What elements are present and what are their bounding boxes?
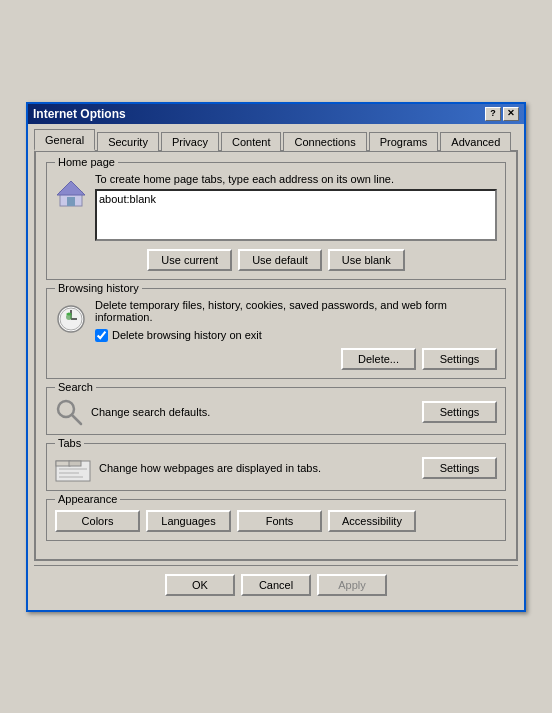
tab-general[interactable]: General [34,129,95,151]
homepage-row: To create home page tabs, type each addr… [55,173,497,243]
bottom-button-row: OK Cancel Apply [34,565,518,604]
svg-rect-13 [59,468,87,470]
title-bar-controls: ? ✕ [485,107,519,121]
homepage-group-label: Home page [55,156,118,168]
search-group-label: Search [55,381,96,393]
dialog-content: General Security Privacy Content Connect… [28,124,524,610]
tabs-group-content: Change how webpages are displayed in tab… [55,454,497,482]
use-blank-button[interactable]: Use blank [328,249,405,271]
accessibility-button[interactable]: Accessibility [328,510,416,532]
svg-rect-15 [59,476,83,478]
search-group: Search Change search defaults. Settings [46,387,506,435]
cancel-button[interactable]: Cancel [241,574,311,596]
tab-connections[interactable]: Connections [283,132,366,151]
tabs-description: Change how webpages are displayed in tab… [99,462,414,474]
delete-button[interactable]: Delete... [341,348,416,370]
appearance-group: Appearance Colors Languages Fonts Access… [46,499,506,541]
homepage-description: To create home page tabs, type each addr… [95,173,497,185]
tab-content[interactable]: Content [221,132,282,151]
use-current-button[interactable]: Use current [147,249,232,271]
tab-security[interactable]: Security [97,132,159,151]
svg-rect-12 [69,461,81,466]
tab-privacy[interactable]: Privacy [161,132,219,151]
languages-button[interactable]: Languages [146,510,231,532]
tabs-row: Change how webpages are displayed in tab… [55,454,497,482]
search-group-content: Change search defaults. Settings [55,398,497,426]
delete-on-exit-row: Delete browsing history on exit [95,329,497,342]
search-row: Change search defaults. Settings [55,398,497,426]
svg-rect-14 [59,472,79,474]
browsing-history-group: Browsing history Delete [46,288,506,379]
help-button[interactable]: ? [485,107,501,121]
svg-line-9 [72,415,81,424]
url-textarea-wrapper [95,189,497,243]
home-icon [55,177,87,209]
tabs-settings-button[interactable]: Settings [422,457,497,479]
search-settings-button[interactable]: Settings [422,401,497,423]
homepage-url-input[interactable] [95,189,497,241]
homepage-btn-row: Use current Use default Use blank [55,249,497,271]
history-description: Delete temporary files, history, cookies… [95,299,497,342]
svg-rect-11 [56,461,70,466]
homepage-group-content: To create home page tabs, type each addr… [55,173,497,271]
internet-options-dialog: Internet Options ? ✕ General Security Pr… [26,102,526,612]
homepage-right: To create home page tabs, type each addr… [95,173,497,243]
history-settings-button[interactable]: Settings [422,348,497,370]
search-icon [55,398,83,426]
title-bar: Internet Options ? ✕ [28,104,524,124]
title-bar-text: Internet Options [33,107,126,121]
delete-history-label: Delete browsing history on exit [112,329,262,341]
apply-button[interactable]: Apply [317,574,387,596]
history-btn-row: Delete... Settings [55,348,497,370]
appearance-group-label: Appearance [55,493,120,505]
tab-advanced[interactable]: Advanced [440,132,511,151]
tab-bar: General Security Privacy Content Connect… [34,128,518,152]
use-default-button[interactable]: Use default [238,249,322,271]
appearance-btn-row: Colors Languages Fonts Accessibility [55,510,497,532]
tab-content-general: Home page To create home page tabs, type… [34,152,518,561]
search-description: Change search defaults. [91,406,414,418]
svg-rect-2 [67,197,75,206]
delete-history-checkbox[interactable] [95,329,108,342]
window-title: Internet Options [33,107,126,121]
tabs-icon [55,454,91,482]
history-row: Delete temporary files, history, cookies… [55,299,497,342]
appearance-group-content: Colors Languages Fonts Accessibility [55,510,497,532]
ok-button[interactable]: OK [165,574,235,596]
colors-button[interactable]: Colors [55,510,140,532]
fonts-button[interactable]: Fonts [237,510,322,532]
tabs-group-label: Tabs [55,437,84,449]
homepage-group: Home page To create home page tabs, type… [46,162,506,280]
tab-programs[interactable]: Programs [369,132,439,151]
clock-icon [55,303,87,335]
browsing-history-content: Delete temporary files, history, cookies… [55,299,497,370]
tabs-group: Tabs Change how webpages [46,443,506,491]
close-button[interactable]: ✕ [503,107,519,121]
browsing-history-label: Browsing history [55,282,142,294]
svg-marker-1 [57,181,85,195]
